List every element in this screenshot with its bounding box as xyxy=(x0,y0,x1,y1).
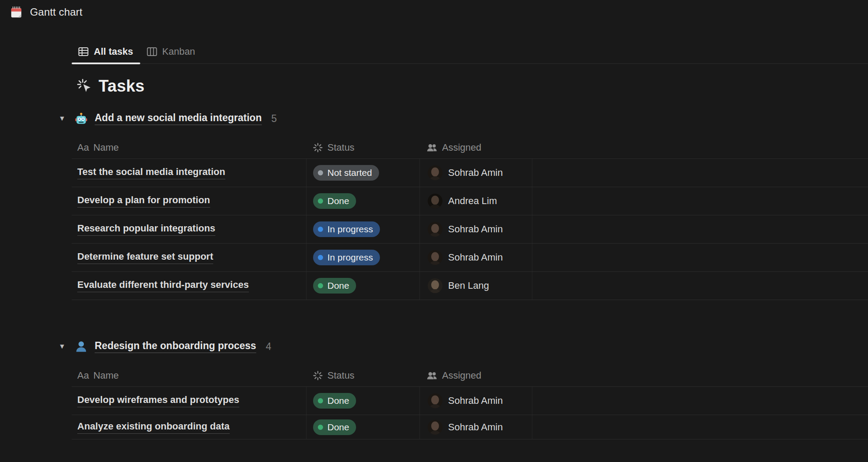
status-dot-icon xyxy=(318,198,323,204)
empty-cell xyxy=(532,159,868,187)
text-property-icon: Aa xyxy=(77,370,89,381)
empty-cell xyxy=(532,415,868,439)
column-header-status[interactable]: Status xyxy=(306,142,419,153)
task-name-cell[interactable]: Test the social media integration xyxy=(72,159,306,187)
status-dot-icon xyxy=(318,283,323,288)
group-title-link[interactable]: Add a new social media integration xyxy=(95,112,262,125)
task-name-cell[interactable]: Research popular integrations xyxy=(72,215,306,243)
group-header: ▼ Redesign the onboarding process 4 xyxy=(59,337,868,356)
assignee-name: Sohrab Amin xyxy=(448,167,503,178)
notion-window: Gantt chart All tasks Kan xyxy=(0,0,868,462)
task-page-link[interactable]: Analyze existing onboarding data xyxy=(77,421,230,434)
spiral-calendar-icon xyxy=(10,6,23,19)
avatar-body xyxy=(429,404,441,408)
status-pill[interactable]: In progress xyxy=(313,221,380,237)
task-group: ▼ Add a new social media integration 5 A… xyxy=(0,109,868,300)
tab-label: Kanban xyxy=(162,46,195,57)
status-pill[interactable]: Not started xyxy=(313,165,379,181)
empty-cell xyxy=(532,215,868,243)
task-name-cell[interactable]: Determine feature set support xyxy=(72,244,306,271)
column-label: Assigned xyxy=(442,142,482,153)
table-row: Test the social media integration Not st… xyxy=(72,159,868,187)
group-row-count: 5 xyxy=(271,113,277,125)
task-group: ▼ Redesign the onboarding process 4 Aa N… xyxy=(0,337,868,439)
status-pill[interactable]: Done xyxy=(313,193,356,209)
status-label: Done xyxy=(327,280,349,291)
column-header-assigned[interactable]: Assigned xyxy=(419,142,532,153)
avatar-body xyxy=(429,289,441,293)
collection-title: Tasks xyxy=(76,75,868,97)
group-title-link[interactable]: Redesign the onboarding process xyxy=(95,340,256,353)
robot-icon xyxy=(75,112,88,125)
status-dot-icon xyxy=(318,398,323,403)
task-page-link[interactable]: Research popular integrations xyxy=(77,223,215,236)
task-status-cell[interactable]: Done xyxy=(306,272,419,300)
collapse-toggle-icon[interactable]: ▼ xyxy=(59,343,75,350)
collapse-toggle-icon[interactable]: ▼ xyxy=(59,115,75,122)
status-spinner-icon xyxy=(313,370,323,381)
task-page-link[interactable]: Develop wireframes and prototypes xyxy=(77,394,239,407)
avatar xyxy=(428,250,442,265)
task-assignee-cell[interactable]: Andrea Lim xyxy=(419,187,532,215)
table-body: Develop wireframes and prototypes Done xyxy=(72,386,868,439)
tab-kanban[interactable]: Kanban xyxy=(140,43,202,63)
status-pill[interactable]: Done xyxy=(313,278,356,294)
status-pill[interactable]: Done xyxy=(313,419,356,435)
column-label: Status xyxy=(327,370,354,381)
avatar xyxy=(428,420,442,435)
task-page-link[interactable]: Determine feature set support xyxy=(77,251,213,264)
avatar-face xyxy=(431,280,439,289)
table-header-row: Aa Name Status Assigned xyxy=(72,365,868,386)
avatar-body xyxy=(429,261,441,265)
group-header: ▼ Add a new social media integration 5 xyxy=(59,109,868,129)
empty-cell xyxy=(532,244,868,271)
status-label: Done xyxy=(327,196,349,206)
table-row: Analyze existing onboarding data Done xyxy=(72,415,868,439)
column-header-assigned[interactable]: Assigned xyxy=(419,370,532,381)
task-page-link[interactable]: Test the social media integration xyxy=(77,166,225,179)
assignee-name: Ben Lang xyxy=(448,280,489,291)
task-status-cell[interactable]: Done xyxy=(306,187,419,215)
page-title: Gantt chart xyxy=(30,6,83,18)
column-header-name[interactable]: Aa Name xyxy=(72,142,306,153)
status-label: In progress xyxy=(327,224,373,234)
task-assignee-cell[interactable]: Ben Lang xyxy=(419,272,532,300)
status-dot-icon xyxy=(318,255,323,260)
status-label: In progress xyxy=(327,252,373,263)
task-status-cell[interactable]: Done xyxy=(306,387,419,415)
avatar xyxy=(428,393,442,408)
task-status-cell[interactable]: Not started xyxy=(306,159,419,187)
tab-all-tasks[interactable]: All tasks xyxy=(72,43,140,63)
status-label: Not started xyxy=(327,168,372,178)
status-pill[interactable]: In progress xyxy=(313,250,380,265)
status-pill[interactable]: Done xyxy=(313,393,356,409)
task-assignee-cell[interactable]: Sohrab Amin xyxy=(419,387,532,415)
task-status-cell[interactable]: In progress xyxy=(306,215,419,243)
task-status-cell[interactable]: Done xyxy=(306,415,419,439)
assignee-name: Andrea Lim xyxy=(448,195,497,207)
task-page-link[interactable]: Evaluate different third-party services xyxy=(77,279,249,292)
task-name-cell[interactable]: Evaluate different third-party services xyxy=(72,272,306,300)
table-row: Research popular integrations In progres… xyxy=(72,215,868,244)
column-header-name[interactable]: Aa Name xyxy=(72,370,306,381)
assignee-name: Sohrab Amin xyxy=(448,252,503,263)
assignee-name: Sohrab Amin xyxy=(448,395,503,406)
task-name-cell[interactable]: Develop a plan for promotion xyxy=(72,187,306,215)
task-assignee-cell[interactable]: Sohrab Amin xyxy=(419,159,532,187)
task-name-cell[interactable]: Develop wireframes and prototypes xyxy=(72,387,306,415)
task-groups: ▼ Add a new social media integration 5 A… xyxy=(0,109,868,439)
tasks-table: Aa Name Status Assigned xyxy=(72,137,868,300)
task-assignee-cell[interactable]: Sohrab Amin xyxy=(419,215,532,243)
task-assignee-cell[interactable]: Sohrab Amin xyxy=(419,244,532,271)
task-status-cell[interactable]: In progress xyxy=(306,244,419,271)
column-header-status[interactable]: Status xyxy=(306,370,419,381)
view-tabs: All tasks Kanban xyxy=(72,43,868,64)
status-dot-icon xyxy=(318,227,323,232)
task-assignee-cell[interactable]: Sohrab Amin xyxy=(419,415,532,439)
task-name-cell[interactable]: Analyze existing onboarding data xyxy=(72,415,306,439)
status-label: Done xyxy=(327,422,349,432)
task-page-link[interactable]: Develop a plan for promotion xyxy=(77,195,210,208)
click-cursor-icon xyxy=(76,78,92,94)
avatar xyxy=(428,222,442,237)
status-dot-icon xyxy=(318,425,323,430)
